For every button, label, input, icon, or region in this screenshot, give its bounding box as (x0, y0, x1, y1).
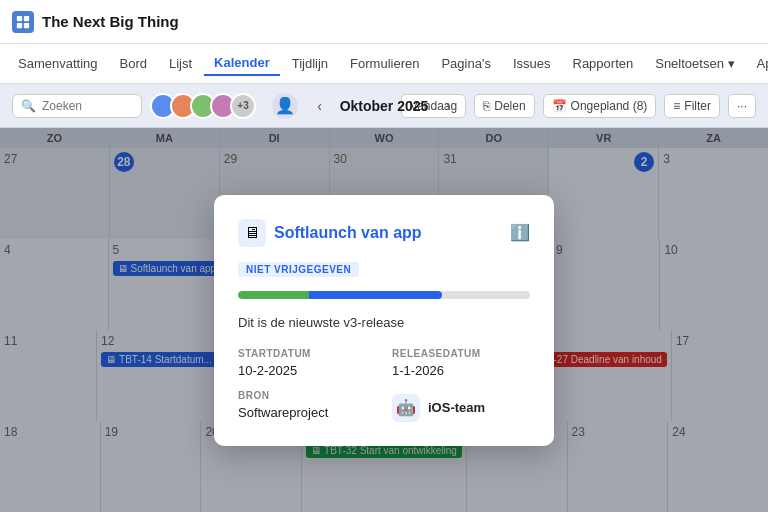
nav-lijst[interactable]: Lijst (159, 52, 202, 75)
team-field: 🤖 iOS-team (392, 390, 530, 422)
source-label: BRON (238, 390, 376, 401)
nav-issues[interactable]: Issues (503, 52, 561, 75)
start-date-value: 10-2-2025 (238, 363, 376, 378)
progress-bar-background (238, 291, 530, 299)
source-value: Softwareproject (238, 405, 376, 420)
calendar-icon: 📅 (552, 99, 567, 113)
modal: 🖥 Softlaunch van app ℹ️ NIET VRIJGEGEVEN… (214, 195, 554, 446)
task-icon-glyph: 🖥 (244, 224, 260, 242)
nav-formulieren[interactable]: Formulieren (340, 52, 429, 75)
start-date-field: STARTDATUM 10-2-2025 (238, 348, 376, 378)
prev-month-button[interactable]: ‹ (308, 94, 332, 118)
avatars: +3 (150, 93, 256, 119)
search-box[interactable]: 🔍 (12, 94, 142, 118)
more-button[interactable]: ··· (728, 94, 756, 118)
info-icon[interactable]: ℹ️ (510, 223, 530, 242)
release-date-label: RELEASEDATUM (392, 348, 530, 359)
progress-bar-fill (238, 291, 442, 299)
navbar: Samenvatting Bord Lijst Kalender Tijdlij… (0, 44, 768, 84)
team-name: iOS-team (428, 400, 485, 415)
filter-button[interactable]: ≡ Filter (664, 94, 720, 118)
share-button[interactable]: ⎘ Delen (474, 94, 534, 118)
page: The Next Big Thing Samenvatting Bord Lij… (0, 0, 768, 512)
modal-description: Dit is de nieuwste v3-release (238, 315, 530, 330)
app-title: The Next Big Thing (42, 13, 179, 30)
modal-overlay[interactable]: 🖥 Softlaunch van app ℹ️ NIET VRIJGEGEVEN… (0, 128, 768, 512)
svg-rect-2 (17, 22, 22, 27)
svg-rect-3 (24, 22, 29, 27)
app-icon (12, 11, 34, 33)
person-icon[interactable]: 👤 (272, 93, 298, 119)
modal-header: 🖥 Softlaunch van app ℹ️ (238, 219, 530, 247)
source-field: BRON Softwareproject (238, 390, 376, 422)
nav-kalender[interactable]: Kalender (204, 51, 280, 76)
svg-rect-1 (24, 15, 29, 20)
nav-samenvatting[interactable]: Samenvatting (8, 52, 108, 75)
current-month: Oktober 2025 (340, 98, 429, 114)
search-icon: 🔍 (21, 99, 36, 113)
avatar-count: +3 (230, 93, 256, 119)
team-info: 🤖 iOS-team (392, 394, 530, 422)
header-area: The Next Big Thing Samenvatting Bord Lij… (0, 0, 768, 128)
team-icon: 🤖 (392, 394, 420, 422)
toolbar: 🔍 +3 👤 ‹ Oktober 2025 › Vandaag ⎘ De (0, 84, 768, 128)
nav-apps[interactable]: Apps ▾ (747, 52, 768, 75)
release-date-field: RELEASEDATUM 1-1-2026 (392, 348, 530, 378)
month-nav: ‹ Oktober 2025 › (308, 94, 461, 118)
modal-title-area: 🖥 Softlaunch van app (238, 219, 422, 247)
filter-icon: ≡ (673, 99, 680, 113)
topbar: The Next Big Thing (0, 0, 768, 44)
nav-sneltoetsen[interactable]: Sneltoetsen ▾ (645, 52, 744, 75)
release-date-value: 1-1-2026 (392, 363, 530, 378)
search-input[interactable] (42, 99, 122, 113)
nav-paginas[interactable]: Pagina's (431, 52, 500, 75)
nav-tijdlijn[interactable]: Tijdlijn (282, 52, 338, 75)
nav-rapporten[interactable]: Rapporten (563, 52, 644, 75)
status-badge: NIET VRIJGEGEVEN (238, 262, 359, 277)
share-icon: ⎘ (483, 99, 490, 113)
next-month-button[interactable]: › (436, 94, 460, 118)
modal-title: Softlaunch van app (274, 224, 422, 242)
start-date-label: STARTDATUM (238, 348, 376, 359)
svg-rect-0 (17, 15, 22, 20)
modal-task-icon: 🖥 (238, 219, 266, 247)
body-area: Zo Ma Di Wo Do Vr Za 27 28 29 30 31 2 3 … (0, 128, 768, 512)
unplanned-button[interactable]: 📅 Ongepland (8) (543, 94, 657, 118)
nav-bord[interactable]: Bord (110, 52, 157, 75)
modal-fields: STARTDATUM 10-2-2025 RELEASEDATUM 1-1-20… (238, 348, 530, 422)
